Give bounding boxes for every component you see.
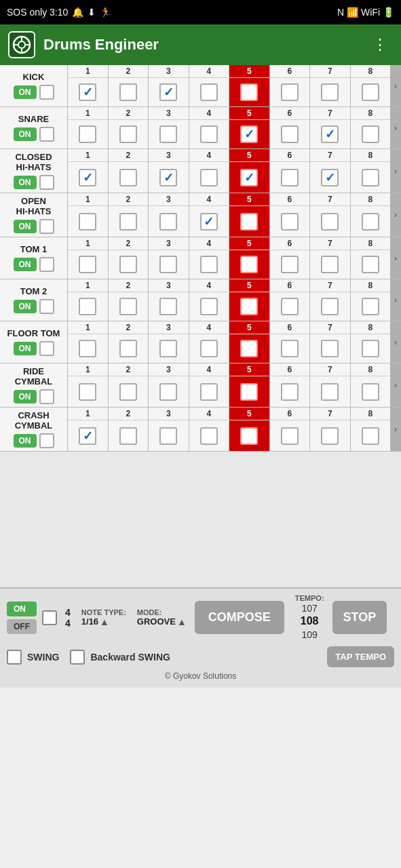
- beat-checkbox[interactable]: [200, 169, 218, 186]
- off-checkbox[interactable]: [39, 175, 54, 190]
- beat-checkbox[interactable]: [240, 213, 258, 231]
- beat-checkbox[interactable]: [200, 125, 218, 143]
- beat-checkbox[interactable]: [281, 213, 299, 231]
- beat-checkbox[interactable]: [321, 83, 339, 101]
- beat-checkbox[interactable]: [321, 427, 339, 445]
- beat-checkbox[interactable]: [200, 256, 218, 273]
- on-button[interactable]: ON: [14, 127, 37, 141]
- beat-checkbox[interactable]: [159, 383, 177, 401]
- beat-checkbox[interactable]: [362, 256, 379, 273]
- beat-checkbox[interactable]: [362, 169, 379, 186]
- beat-checkbox[interactable]: [79, 213, 96, 231]
- beat-checkbox[interactable]: [362, 427, 379, 445]
- beat-checkbox[interactable]: [119, 125, 137, 143]
- beat-checkbox[interactable]: [240, 340, 258, 357]
- beat-checkbox[interactable]: [362, 383, 379, 401]
- scroll-arrow[interactable]: ›: [390, 193, 401, 237]
- beat-checkbox[interactable]: [79, 125, 96, 143]
- beat-checkbox[interactable]: [362, 298, 379, 315]
- beat-checkbox[interactable]: [281, 340, 299, 357]
- beat-checkbox[interactable]: [321, 169, 339, 186]
- scroll-arrow[interactable]: ›: [390, 408, 401, 451]
- off-checkbox[interactable]: [39, 433, 54, 448]
- beat-checkbox[interactable]: [321, 340, 339, 357]
- backward-swing-checkbox[interactable]: [70, 650, 85, 665]
- beat-checkbox[interactable]: [159, 83, 177, 101]
- beat-checkbox[interactable]: [159, 298, 177, 315]
- beat-checkbox[interactable]: [240, 169, 258, 186]
- beat-checkbox[interactable]: [119, 213, 137, 231]
- beat-checkbox[interactable]: [281, 83, 299, 101]
- off-checkbox[interactable]: [39, 85, 54, 100]
- beat-checkbox[interactable]: [281, 298, 299, 315]
- beat-checkbox[interactable]: [321, 125, 339, 143]
- on-button[interactable]: ON: [14, 258, 37, 271]
- global-checkbox[interactable]: [42, 610, 57, 625]
- on-button[interactable]: ON: [14, 220, 37, 233]
- swing-checkbox[interactable]: [7, 650, 22, 665]
- on-button[interactable]: ON: [14, 434, 37, 448]
- on-button[interactable]: ON: [14, 85, 37, 99]
- beat-checkbox[interactable]: [159, 256, 177, 273]
- beat-checkbox[interactable]: [321, 298, 339, 315]
- beat-checkbox[interactable]: [281, 125, 299, 143]
- beat-checkbox[interactable]: [119, 83, 137, 101]
- beat-checkbox[interactable]: [79, 340, 96, 357]
- beat-checkbox[interactable]: [240, 383, 258, 401]
- tempo-values[interactable]: 107 108 109: [301, 602, 319, 641]
- beat-checkbox[interactable]: [200, 298, 218, 315]
- beat-checkbox[interactable]: [362, 340, 379, 357]
- scroll-arrow[interactable]: ›: [390, 279, 401, 321]
- beat-checkbox[interactable]: [281, 169, 299, 186]
- stop-button[interactable]: STOP: [332, 601, 387, 634]
- beat-checkbox[interactable]: [281, 427, 299, 445]
- beat-checkbox[interactable]: [200, 213, 218, 231]
- scroll-arrow[interactable]: ›: [390, 321, 401, 363]
- on-button[interactable]: ON: [14, 300, 37, 313]
- beat-checkbox[interactable]: [200, 83, 218, 101]
- beat-checkbox[interactable]: [200, 383, 218, 401]
- beat-checkbox[interactable]: [79, 427, 96, 445]
- off-checkbox[interactable]: [39, 341, 54, 356]
- beat-checkbox[interactable]: [79, 83, 96, 101]
- beat-checkbox[interactable]: [321, 256, 339, 273]
- beat-checkbox[interactable]: [159, 125, 177, 143]
- beat-checkbox[interactable]: [281, 383, 299, 401]
- on-button[interactable]: ON: [14, 342, 37, 355]
- beat-checkbox[interactable]: [79, 256, 96, 273]
- scroll-arrow[interactable]: ›: [390, 237, 401, 279]
- beat-checkbox[interactable]: [321, 213, 339, 231]
- global-off-button[interactable]: OFF: [7, 619, 37, 634]
- off-checkbox[interactable]: [39, 127, 54, 142]
- beat-checkbox[interactable]: [79, 383, 96, 401]
- beat-checkbox[interactable]: [362, 125, 379, 143]
- off-checkbox[interactable]: [39, 257, 54, 272]
- beat-checkbox[interactable]: [200, 427, 218, 445]
- off-checkbox[interactable]: [39, 299, 54, 314]
- compose-button[interactable]: COMPOSE: [195, 601, 284, 634]
- beat-checkbox[interactable]: [159, 169, 177, 186]
- beat-checkbox[interactable]: [159, 427, 177, 445]
- beat-checkbox[interactable]: [240, 125, 258, 143]
- tap-tempo-button[interactable]: TAP TEMPO: [327, 646, 394, 667]
- beat-checkbox[interactable]: [119, 383, 137, 401]
- off-checkbox[interactable]: [39, 219, 54, 234]
- beat-checkbox[interactable]: [79, 169, 96, 186]
- scroll-arrow[interactable]: ›: [390, 65, 401, 106]
- off-checkbox[interactable]: [39, 389, 54, 404]
- global-on-button[interactable]: ON: [7, 601, 37, 616]
- beat-checkbox[interactable]: [200, 340, 218, 357]
- beat-checkbox[interactable]: [119, 340, 137, 357]
- beat-checkbox[interactable]: [159, 340, 177, 357]
- beat-checkbox[interactable]: [119, 298, 137, 315]
- on-button[interactable]: ON: [14, 390, 37, 403]
- beat-checkbox[interactable]: [240, 427, 258, 445]
- beat-checkbox[interactable]: [119, 169, 137, 186]
- beat-checkbox[interactable]: [119, 427, 137, 445]
- beat-checkbox[interactable]: [362, 83, 379, 101]
- beat-checkbox[interactable]: [362, 213, 379, 231]
- scroll-arrow[interactable]: ›: [390, 107, 401, 149]
- menu-button[interactable]: ⋮: [367, 33, 393, 56]
- beat-checkbox[interactable]: [281, 256, 299, 273]
- beat-checkbox[interactable]: [240, 256, 258, 273]
